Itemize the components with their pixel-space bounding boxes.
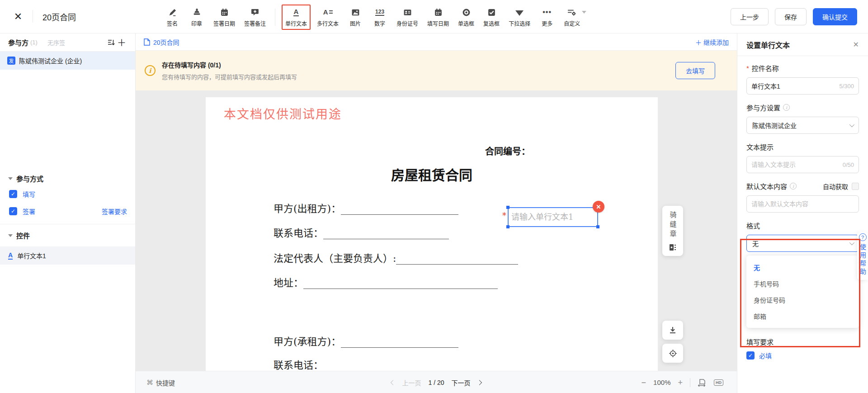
sign-mode-label: 无序签 — [47, 38, 65, 47]
collapse-caret-icon — [8, 234, 13, 237]
tool-image[interactable]: 图片 — [345, 5, 366, 29]
tool-id-number[interactable]: 身份证号 — [394, 5, 421, 29]
mode-option-sign[interactable]: ✓ 签署 签署要求 — [9, 207, 127, 216]
auto-get-toggle[interactable]: 自动获取 — [823, 182, 859, 191]
seam-seal-button[interactable]: 骑缝章 — [662, 206, 683, 256]
tool-multi-line-text[interactable]: A 多行文本 — [314, 5, 341, 29]
document-page: 本文档仅供测试用途 合同编号： 房屋租赁合同 甲方(出租方)： 联系电话： 法定… — [206, 97, 658, 371]
crosshair-icon — [669, 349, 677, 358]
format-option-id-number[interactable]: 身份证号码 — [746, 292, 859, 308]
document-tabbar: 20页合同 ＋ 继续添加 — [136, 33, 737, 51]
tool-radio[interactable]: 单选框 — [455, 5, 477, 29]
document-viewport[interactable]: 本文档仅供测试用途 合同编号： 房屋租赁合同 甲方(出租方)： 联系电话： 法定… — [136, 90, 737, 371]
control-name-inputbox: 5/300 — [746, 77, 859, 95]
test-watermark-text: 本文档仅供测试用途 — [224, 104, 342, 122]
panel-close-icon[interactable]: ✕ — [853, 40, 859, 49]
mode-section: 参与方式 ✓ 填写 ✓ 签署 签署要求 — [0, 167, 135, 216]
banner-description: 您有待填写的内容，可提前填写内容或发起后再填写 — [162, 72, 297, 81]
checkbox-checked-icon: ✓ — [9, 207, 17, 215]
zoom-divider — [690, 378, 690, 387]
prev-page-chevron-icon[interactable] — [391, 380, 396, 385]
go-fill-button[interactable]: 去填写 — [675, 62, 715, 79]
controls-section-header[interactable]: 控件 — [8, 231, 127, 240]
tool-more[interactable]: ••• 更多 — [537, 5, 557, 29]
tool-checkbox[interactable]: 复选框 — [481, 5, 502, 29]
tool-custom[interactable]: 自定义 — [561, 5, 583, 29]
doc-line-legal-rep: 法定代表人（主要负责人）: — [274, 250, 518, 265]
multi-line-text-icon: A — [323, 7, 333, 17]
tool-number[interactable]: 123 数字 — [369, 5, 390, 29]
fit-width-button[interactable] — [698, 379, 707, 387]
tool-stamp[interactable]: 印章 — [186, 5, 207, 29]
tool-fill-date[interactable]: 填写日期 — [425, 5, 452, 29]
continue-add-link[interactable]: ＋ 继续添加 — [695, 38, 729, 47]
mode-section-header[interactable]: 参与方式 — [8, 174, 127, 183]
back-button[interactable]: 上一步 — [731, 8, 769, 25]
document-tab[interactable]: 20页合同 — [144, 38, 179, 47]
required-checkbox-row[interactable]: ✓ 必填 — [746, 351, 859, 360]
tool-single-line-text[interactable]: A 单行文本 — [282, 5, 311, 30]
mode-option-fill[interactable]: ✓ 填写 — [9, 189, 127, 199]
sort-order-icon[interactable] — [105, 37, 116, 48]
control-name-input[interactable] — [751, 82, 836, 90]
resize-handle[interactable] — [506, 225, 509, 228]
zoom-controls: − 100% + HD — [642, 371, 723, 393]
participants-title: 参与方 — [8, 38, 28, 47]
format-option-none[interactable]: 无 — [746, 259, 859, 275]
text-hint-label: 文本提示 — [746, 142, 859, 152]
topbar-actions: 上一步 保存 确认提交 — [731, 8, 857, 25]
format-option-email[interactable]: 邮箱 — [746, 308, 859, 324]
zoom-in-button[interactable]: + — [678, 379, 683, 387]
tool-sign-date[interactable]: 签署日期 — [211, 5, 238, 29]
delete-field-icon[interactable]: ✕ — [593, 201, 604, 213]
fill-requirement-label: 填写要求 — [746, 337, 859, 346]
text-hint-input[interactable] — [751, 161, 840, 168]
default-text-input[interactable] — [751, 200, 854, 208]
participant-setting-label: 参与方设置 i — [746, 103, 859, 112]
format-dropdown: 无 手机号码 身份证号码 邮箱 — [746, 256, 859, 328]
settings-panel: 设置单行文本 ✕ * 控件名称 5/300 参与方设置 i 陈斌伟测试企业 文本… — [737, 33, 868, 393]
close-icon[interactable]: ✕ — [11, 9, 25, 24]
checkbox-checked-icon: ✓ — [9, 190, 17, 198]
command-icon: ⌘ — [146, 379, 153, 387]
format-option-phone[interactable]: 手机号码 — [746, 275, 859, 292]
participant-select[interactable]: 陈斌伟测试企业 — [746, 117, 859, 134]
required-star: * — [746, 64, 749, 72]
tool-signature[interactable]: 签名 — [162, 5, 183, 29]
resize-handle[interactable] — [506, 206, 509, 209]
add-participant-icon[interactable]: ＋ — [116, 37, 127, 48]
image-icon — [351, 7, 360, 17]
tool-dropdown-select[interactable]: 下拉选择 — [506, 5, 533, 29]
pager: 上一页 1 / 20 下一页 — [391, 371, 481, 393]
tool-sign-note[interactable]: 签署备注 — [241, 5, 269, 29]
placed-text-field[interactable]: * 请输入单行文本1 ✕ — [508, 207, 598, 227]
calendar-icon — [220, 7, 229, 17]
participant-row[interactable]: 发 陈斌伟测试企业 (企业) — [0, 52, 135, 70]
locate-button[interactable] — [662, 344, 683, 363]
topbar-divider — [33, 10, 33, 23]
contract-number-label: 合同编号： — [485, 144, 530, 157]
download-button[interactable] — [662, 321, 683, 340]
next-page-button[interactable]: 下一页 — [452, 378, 471, 387]
next-page-chevron-icon[interactable] — [477, 380, 482, 385]
dropdown-triangle-icon — [515, 7, 524, 17]
shortcut-keys-button[interactable]: ⌘ 快捷键 — [146, 371, 175, 393]
checkbox-unchecked-icon[interactable] — [852, 183, 859, 190]
chevron-down-icon — [849, 122, 854, 127]
radio-icon — [462, 7, 471, 17]
save-button[interactable]: 保存 — [775, 8, 807, 25]
sign-requirements-link[interactable]: 签署要求 — [102, 207, 127, 216]
fill-date-calendar-icon — [434, 7, 443, 17]
prev-page-button[interactable]: 上一页 — [402, 378, 421, 387]
doc-line-lessor: 甲方(出租方)： — [274, 200, 458, 215]
hd-quality-button[interactable]: HD — [714, 379, 723, 386]
help-tab[interactable]: ? 使用帮助 — [857, 232, 868, 280]
submit-button[interactable]: 确认提交 — [813, 8, 857, 25]
control-item-single-line-text[interactable]: A 单行文本1 — [0, 246, 135, 265]
format-select[interactable]: 无 — [746, 235, 859, 252]
zoom-out-button[interactable]: − — [642, 379, 646, 387]
chevron-down-icon[interactable] — [582, 11, 586, 14]
checkbox-checked-icon: ✓ — [746, 351, 755, 360]
controls-section: 控件 A 单行文本1 — [0, 224, 135, 265]
resize-handle[interactable] — [596, 225, 599, 228]
